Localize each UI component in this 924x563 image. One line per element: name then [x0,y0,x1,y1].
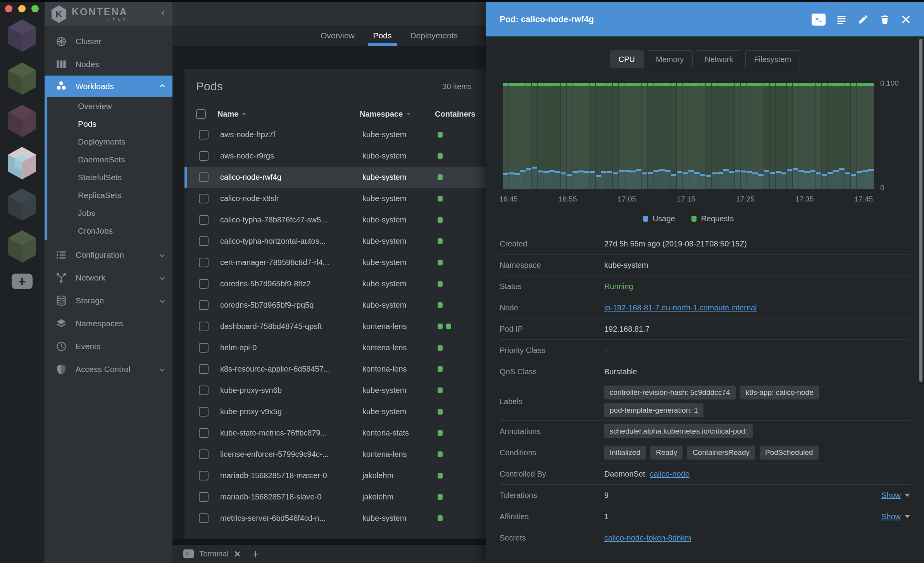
table-row[interactable]: mariadb-1568285718-master-0jakolehm [184,465,486,486]
table-row[interactable]: kube-proxy-v9x5gkube-system [184,401,486,422]
row-checkbox[interactable] [199,449,209,459]
sidebar-subitem-deployments[interactable]: Deployments [47,133,172,151]
table-row[interactable]: dashboard-758bd48745-qpsftkontena-lens [184,316,486,337]
table-row[interactable]: mariadb-1568285718-slave-0jakolehm [184,486,486,508]
legend-item-requests[interactable]: Requests [691,214,734,223]
column-header-namespace[interactable]: Namespace [360,110,431,119]
row-checkbox[interactable] [199,130,209,139]
legend-item-usage[interactable]: Usage [643,214,675,223]
show-link[interactable]: Show [881,512,901,521]
row-checkbox[interactable] [199,151,209,161]
sidebar-item-configuration[interactable]: Configuration [45,243,172,266]
row-checkbox[interactable] [199,513,209,523]
table-row[interactable]: aws-node-hpz7fkube-system [184,124,486,145]
metric-tab-network[interactable]: Network [696,50,742,68]
row-checkbox[interactable] [199,407,209,417]
sidebar-subitem-jobs[interactable]: Jobs [47,204,172,222]
table-row[interactable]: helm-api-0kontena-lens [184,337,486,358]
row-checkbox[interactable] [199,471,209,480]
minimize-window-button[interactable] [18,5,26,12]
row-checkbox[interactable] [199,343,209,353]
tab-overview[interactable]: Overview [311,26,364,46]
kontena-logo-icon: K [51,5,67,23]
close-detail-icon[interactable] [901,14,911,24]
table-row[interactable]: coredns-5b7d965bf9-8ttz2kube-system [184,273,486,294]
close-window-button[interactable] [5,5,12,12]
table-row[interactable]: metrics-server-6bd546f4cd-n...kube-syste… [184,508,486,529]
table-row[interactable]: kube-proxy-svn6bkube-system [184,380,486,401]
row-checkbox[interactable] [199,322,209,331]
sidebar-subitem-daemonsets[interactable]: DaemonSets [47,151,172,169]
sidebar-item-namespaces[interactable]: Namespaces [45,312,172,335]
row-checkbox[interactable] [199,300,209,310]
table-row[interactable]: aws-node-r9rgskube-system [184,145,486,167]
close-terminal-icon[interactable] [234,551,241,557]
sidebar-item-cluster[interactable]: Cluster [45,30,172,53]
tab-pods[interactable]: Pods [364,26,401,46]
row-checkbox[interactable] [199,364,209,374]
sidebar-subitem-statefulsets[interactable]: StatefulSets [47,169,172,186]
field-text: 9 [604,491,609,500]
metric-tab-filesystem[interactable]: Filesystem [745,50,800,68]
table-row[interactable]: calico-node-x8slrkube-system [184,188,486,209]
sidebar-subitem-cronjobs[interactable]: CronJobs [47,222,172,240]
row-checkbox[interactable] [199,236,209,246]
sidebar-subitem-overview[interactable]: Overview [47,97,172,115]
select-all-checkbox[interactable] [196,109,206,119]
sidebar-collapse-button[interactable] [162,9,165,16]
show-toggle[interactable]: Show [881,512,910,521]
cluster-icon[interactable] [7,104,37,138]
row-checkbox[interactable] [199,428,209,438]
delete-pod-icon[interactable] [879,14,891,25]
row-checkbox[interactable] [199,194,209,203]
table-row[interactable]: calico-typha-78b876fc47-sw5...kube-syste… [184,209,486,231]
metric-tab-cpu[interactable]: CPU [610,50,644,68]
cluster-icon-selected[interactable] [7,146,37,180]
zoom-window-button[interactable] [31,5,39,12]
row-checkbox[interactable] [199,258,209,267]
pod-logs-icon[interactable] [836,14,847,25]
show-toggle[interactable]: Show [881,491,910,500]
show-link[interactable]: Show [881,491,901,500]
table-row[interactable]: calico-typha-horizontal-autos...kube-sys… [184,231,486,252]
sidebar-subitem-replicasets[interactable]: ReplicaSets [47,186,172,204]
sidebar-item-network[interactable]: Network [45,266,172,289]
metric-tab-memory[interactable]: Memory [647,50,693,68]
table-row[interactable]: cert-manager-789598c8d7-rl4...kube-syste… [184,252,486,273]
row-checkbox-cell [187,236,209,246]
field-link[interactable]: calico-node-token-8dnkm [604,534,691,542]
scrollbar-thumb[interactable] [919,39,922,382]
row-checkbox[interactable] [199,172,209,182]
add-cluster-button[interactable]: + [12,274,33,289]
table-row[interactable]: license-enforcer-5799c9c94c-...kontena-l… [184,444,486,465]
column-header-name[interactable]: Name [206,110,360,119]
column-header-containers[interactable]: Containers [431,110,486,119]
pod-name: cert-manager-789598c8d7-rl4... [220,258,329,267]
sidebar-item-events[interactable]: Events [45,335,172,358]
sidebar-item-workloads[interactable]: Workloads [45,76,172,97]
terminal-tab[interactable]: Terminal [199,549,229,558]
row-checkbox[interactable] [199,215,209,225]
cluster-icon[interactable] [7,19,37,53]
tab-deployments[interactable]: Deployments [401,26,467,46]
field-link[interactable]: ip-192-168-81-7.eu-north-1.compute.inter… [604,303,757,312]
cluster-icon[interactable] [7,188,37,222]
sidebar-subitem-pods[interactable]: Pods [47,115,172,133]
table-row[interactable]: k8s-resource-applier-6d58457...kontena-l… [184,358,486,380]
sidebar-item-access-control[interactable]: Access Control [45,358,172,380]
cluster-icon[interactable] [7,229,37,263]
field-link[interactable]: calico-node [650,470,690,479]
table-row[interactable]: kube-state-metrics-76ffbc879...kontena-s… [184,422,486,444]
row-checkbox[interactable] [199,492,209,502]
table-row[interactable]: calico-node-rwf4gkube-system [184,167,486,188]
row-checkbox[interactable] [199,279,209,289]
cluster-icon[interactable] [7,62,37,96]
sidebar-item-storage[interactable]: Storage [45,289,172,312]
pod-name: license-enforcer-5799c9c94c-... [220,450,329,459]
sidebar-item-nodes[interactable]: Nodes [45,53,172,76]
edit-pod-icon[interactable] [857,14,869,25]
pod-shell-icon[interactable]: >_ [812,14,826,26]
table-row[interactable]: coredns-5b7d965bf9-rpq5qkube-system [184,294,486,316]
chart-bar [746,83,752,189]
row-checkbox[interactable] [199,386,209,395]
